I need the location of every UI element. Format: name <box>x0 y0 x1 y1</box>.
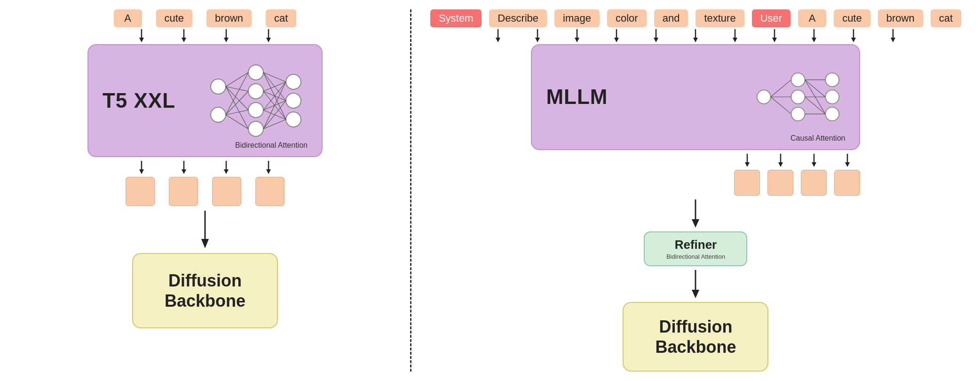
svg-line-24 <box>226 115 248 129</box>
svg-point-13 <box>248 121 263 136</box>
right-refiner-sublabel: Bidirectional Attention <box>666 253 725 260</box>
left-diffusion-box: DiffusionBackbone <box>132 253 278 328</box>
right-encoder-box: MLLM <box>531 44 860 150</box>
svg-point-12 <box>248 103 263 118</box>
out-arrow1 <box>127 161 156 174</box>
right-diffusion-label: DiffusionBackbone <box>655 317 736 357</box>
left-output-boxes <box>126 177 285 206</box>
left-diffusion-label: DiffusionBackbone <box>165 270 245 311</box>
r-arrow2 <box>522 29 553 42</box>
svg-point-8 <box>211 79 226 94</box>
arrow2 <box>170 29 198 42</box>
svg-marker-64 <box>812 38 816 42</box>
svg-marker-44 <box>266 169 271 174</box>
right-arrows-from-encoder <box>531 154 860 167</box>
svg-line-20 <box>226 87 248 129</box>
svg-marker-68 <box>891 38 895 42</box>
right-nn-diagram <box>751 55 845 139</box>
svg-marker-96 <box>692 290 699 298</box>
token-system: System <box>430 9 482 27</box>
token-color: color <box>607 9 647 27</box>
right-output-boxes <box>734 170 860 196</box>
left-encoder-label: T5 XXL <box>103 89 175 112</box>
r-arrow5 <box>640 29 672 42</box>
token-brown: brown <box>206 9 252 27</box>
arrow1 <box>127 29 156 42</box>
arrow3 <box>212 29 240 42</box>
svg-line-22 <box>226 91 248 115</box>
left-arrows-from-encoder <box>127 161 283 174</box>
r-arrow6 <box>680 29 711 42</box>
right-panel: System Describe image color and texture … <box>411 0 980 381</box>
svg-point-75 <box>826 107 839 121</box>
svg-marker-50 <box>535 38 540 42</box>
token-cat2: cat <box>931 9 961 27</box>
svg-line-21 <box>226 72 248 115</box>
svg-point-11 <box>248 84 263 99</box>
svg-point-69 <box>757 90 771 104</box>
svg-marker-52 <box>575 38 579 42</box>
right-arrows-to-encoder <box>482 29 909 42</box>
left-attention-label: Bidirectional Attention <box>235 141 308 150</box>
svg-marker-54 <box>614 38 619 42</box>
r-arrow11 <box>877 29 909 42</box>
svg-marker-38 <box>139 169 144 174</box>
token-describe: Describe <box>489 9 547 27</box>
right-refiner-label: Refiner <box>675 238 717 252</box>
svg-marker-56 <box>654 38 658 42</box>
svg-marker-88 <box>778 162 783 167</box>
token-A: A <box>114 9 142 27</box>
r-out-arrow1 <box>734 154 760 167</box>
token-cute2: cute <box>834 9 870 27</box>
svg-line-83 <box>805 97 826 114</box>
svg-marker-1 <box>139 38 144 42</box>
r-arrow1 <box>482 29 514 42</box>
token-brown2: brown <box>878 9 923 27</box>
left-panel: A cute brown cat T5 XXL <box>0 0 410 381</box>
r-out-arrow3 <box>801 154 827 167</box>
svg-point-73 <box>826 73 839 87</box>
r-arrow8 <box>759 29 790 42</box>
out-arrow4 <box>254 161 283 174</box>
svg-point-71 <box>791 90 805 104</box>
svg-point-74 <box>826 90 839 104</box>
svg-marker-90 <box>812 162 816 167</box>
svg-marker-86 <box>745 162 750 167</box>
token-and: and <box>654 9 688 27</box>
out-box3 <box>212 177 241 206</box>
right-arrow-to-refiner <box>690 199 701 228</box>
r-out-box3 <box>801 170 827 196</box>
token-cat: cat <box>266 9 296 27</box>
svg-marker-92 <box>845 162 850 167</box>
right-refiner-box: Refiner Bidirectional Attention <box>644 231 747 266</box>
svg-marker-40 <box>182 169 186 174</box>
token-cute: cute <box>156 9 193 27</box>
svg-point-72 <box>791 107 805 121</box>
svg-marker-42 <box>224 169 229 174</box>
svg-marker-60 <box>733 38 737 42</box>
out-box2 <box>169 177 198 206</box>
svg-point-10 <box>248 65 263 80</box>
svg-line-19 <box>226 87 248 110</box>
token-image: image <box>554 9 600 27</box>
left-encoder-box: T5 XXL <box>87 44 323 157</box>
svg-point-9 <box>211 107 226 122</box>
svg-marker-7 <box>266 38 271 42</box>
right-output-boxes-container <box>531 170 860 196</box>
left-arrows-to-encoder <box>127 29 283 42</box>
svg-point-70 <box>791 73 805 87</box>
svg-marker-5 <box>224 38 229 42</box>
svg-marker-94 <box>692 219 699 228</box>
right-encoder-label: MLLM <box>546 85 608 109</box>
r-out-arrow2 <box>767 154 793 167</box>
svg-marker-46 <box>201 239 209 248</box>
svg-marker-66 <box>851 38 856 42</box>
right-arrow-to-diffusion <box>690 270 701 298</box>
r-out-box1 <box>734 170 760 196</box>
r-arrow9 <box>798 29 830 42</box>
diagram-container: A cute brown cat T5 XXL <box>0 0 980 381</box>
r-arrow7 <box>719 29 751 42</box>
svg-marker-62 <box>772 38 777 42</box>
token-texture: texture <box>695 9 744 27</box>
svg-line-25 <box>263 72 286 82</box>
